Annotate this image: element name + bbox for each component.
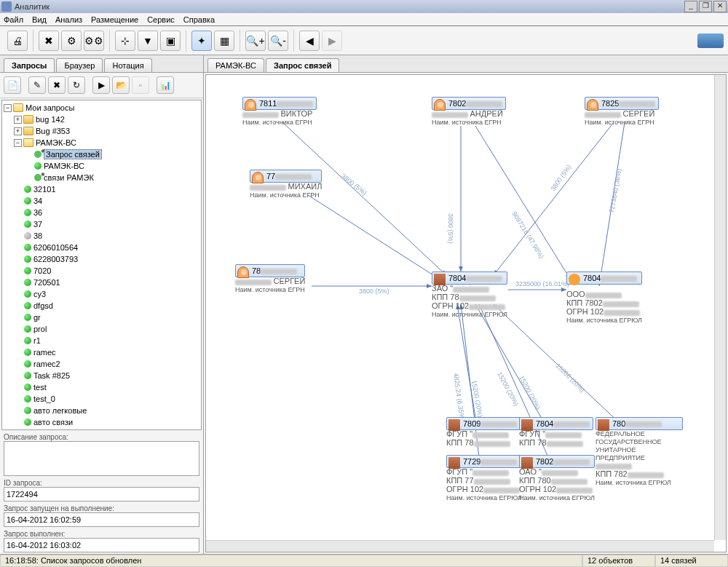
tree-item[interactable]: 37 <box>4 218 199 230</box>
menu-analysis[interactable]: Анализ <box>55 15 82 24</box>
tree-item-label: 38 <box>33 231 42 240</box>
filter-button[interactable]: ▼ <box>138 31 158 51</box>
node-b7809[interactable]: 7809 ФГУП " КПП 78 <box>446 417 521 448</box>
graph-canvas[interactable]: 3800 (5%) 3800 (5%) 9697218 (47.98%) 380… <box>205 74 727 552</box>
app-icon <box>1 1 12 12</box>
left-pane: Запросы Браузер Нотация 📄 ✎ ✖ ↻ ▶ 📂 ▫ 📊 … <box>0 55 204 554</box>
menu-service[interactable]: Сервис <box>147 15 175 24</box>
node-b780[interactable]: 780 ФЕДЕРАЛЬНОЕ ГОСУДАРСТВЕННОЕ УНИТАРНО… <box>596 417 683 487</box>
graph-button[interactable]: ⊹ <box>115 31 135 51</box>
menu-file[interactable]: Файл <box>4 15 23 24</box>
delete-button[interactable]: ✖ <box>48 76 66 94</box>
chart-button[interactable]: 📊 <box>157 76 174 94</box>
tree-item[interactable]: prol <box>4 323 199 335</box>
tree-item[interactable]: cy3 <box>4 288 199 300</box>
titlebar: Аналитик _ ❐ ✕ <box>0 0 728 13</box>
tree-item-label: 6206010564 <box>33 243 78 252</box>
grid-button[interactable]: ▦ <box>214 31 234 51</box>
print-button[interactable]: 🖨 <box>7 31 28 51</box>
tree-ramek[interactable]: РАМЭК-ВС <box>36 138 76 147</box>
node-b7729[interactable]: 7729 ФГУП " КПП 77 ОГРН 102 Наим. источн… <box>446 455 522 502</box>
tree-item-label: 36 <box>33 208 42 217</box>
tab-browser[interactable]: Браузер <box>56 58 103 72</box>
tree-item[interactable]: 6228003793 <box>4 253 199 265</box>
node-77[interactable]: 77 МИХАИЛ Наим. источника ЕГРН <box>250 170 322 199</box>
tab-requests[interactable]: Запросы <box>4 58 55 72</box>
gears-button[interactable]: ⚙⚙ <box>84 31 104 51</box>
svg-line-3 <box>494 122 614 275</box>
tree-item[interactable]: ramec2 <box>4 358 199 370</box>
tree-item[interactable]: ramec <box>4 346 199 358</box>
tree-bug353[interactable]: Bug #353 <box>36 127 70 135</box>
tree-root[interactable]: Мои запросы <box>25 103 74 112</box>
tree-item[interactable]: 34 <box>4 195 199 207</box>
node-7804-right[interactable]: 7804 ООО КПП 7802 ОГРН 102 Наим. источни… <box>566 271 642 325</box>
description-box[interactable] <box>4 441 199 476</box>
group-button[interactable]: ▣ <box>160 31 181 51</box>
menu-help[interactable]: Справка <box>183 15 215 24</box>
svg-text:15200 (20%): 15200 (20%) <box>470 380 484 419</box>
tree-ramek-vc[interactable]: РАМЭК-ВС <box>44 162 84 170</box>
node-b7804[interactable]: 7804 ФГУП " КПП 78 <box>519 417 593 448</box>
tree-item[interactable]: авто легковые <box>4 405 199 416</box>
tree-item[interactable]: test <box>4 381 199 393</box>
tree-item[interactable]: gr <box>4 312 199 323</box>
layout1-button[interactable]: ✦ <box>191 31 212 51</box>
tree-item[interactable]: 6206010564 <box>4 242 199 253</box>
minimize-button[interactable]: _ <box>684 1 697 12</box>
tree-item-label: ramec2 <box>33 360 60 368</box>
description-label: Описание запроса: <box>4 433 199 441</box>
zoom-out-button[interactable]: 🔍- <box>268 31 288 51</box>
tree-item[interactable]: авто связи <box>4 416 199 428</box>
horizontal-scrollbar[interactable] <box>206 540 714 552</box>
delete-selection-button[interactable]: ✖ <box>39 31 59 51</box>
tree-item[interactable]: АФРИКАНОВИЧ <box>4 428 199 430</box>
tree-item-label: dfgsd <box>33 301 53 310</box>
done-value: 16-04-2012 16:03:02 <box>4 538 199 552</box>
svg-text:15200 (20%): 15200 (20%) <box>518 374 542 411</box>
tree-item[interactable]: 720501 <box>4 277 199 288</box>
tab-notation[interactable]: Нотация <box>104 58 151 72</box>
tree-ramek-svyazi[interactable]: связи РАМЭК <box>44 173 94 182</box>
node-7825[interactable]: 7825 СЕРГЕЙ Наим. источника ЕГРН <box>585 97 659 127</box>
status-dot-icon <box>24 407 31 414</box>
tree-item[interactable]: r1 <box>4 335 199 346</box>
person-icon <box>587 99 598 111</box>
person-icon <box>245 99 256 111</box>
brand-logo <box>697 33 724 48</box>
node-7811[interactable]: 7811 ВИКТОР Наим. источника ЕГРН <box>242 97 317 127</box>
menu-layout[interactable]: Размещение <box>91 15 138 24</box>
tree-item[interactable]: test_0 <box>4 393 199 405</box>
tree-item[interactable]: dfgsd <box>4 300 199 312</box>
tree-item-label: 6228003793 <box>33 255 78 263</box>
tree-bug142[interactable]: bug 142 <box>36 115 65 124</box>
tree-item[interactable]: Task #825 <box>4 370 199 381</box>
close-button[interactable]: ✕ <box>713 1 727 12</box>
tree-item[interactable]: 32101 <box>4 183 199 195</box>
edit-button[interactable]: ✎ <box>28 76 46 94</box>
tree-item[interactable]: 7020 <box>4 265 199 277</box>
tree-ramek-links[interactable]: Запрос связей <box>44 149 102 159</box>
tab-ramek-vc[interactable]: РАМЭК-ВС <box>207 58 264 72</box>
maximize-button[interactable]: ❐ <box>699 1 712 12</box>
node-7804-center[interactable]: 7804 ЗАО " КПП 78 ОГРН 102 Наим. источни… <box>432 271 507 319</box>
tab-links-request[interactable]: Запрос связей <box>266 58 339 72</box>
run-button[interactable]: ▶ <box>92 76 110 94</box>
node-b7802[interactable]: 7802 ОАО " КПП 780 ОГРН 102 Наим. источн… <box>519 455 595 502</box>
vertical-scrollbar[interactable] <box>714 75 726 540</box>
request-tree[interactable]: −Мои запросы +bug 142 +Bug #353 −РАМЭК-В… <box>1 100 202 430</box>
nav-back-button[interactable]: ◀ <box>299 31 320 51</box>
refresh-button[interactable]: ↻ <box>68 76 85 94</box>
new-button[interactable]: 📄 <box>4 76 21 94</box>
node-7802[interactable]: 7802 АНДРЕЙ Наим. источника ЕГРН <box>432 97 506 127</box>
zoom-in-button[interactable]: 🔍+ <box>245 31 266 51</box>
svg-line-5 <box>308 195 439 279</box>
tree-item[interactable]: 36 <box>4 207 199 218</box>
status-dot-icon <box>24 244 31 251</box>
status-dot-icon <box>24 302 31 309</box>
settings-button[interactable]: ⚙ <box>61 31 82 51</box>
tree-item[interactable]: 38 <box>4 230 199 242</box>
node-78[interactable]: 78 СЕРГЕЙ Наим. источника ЕГРН <box>235 264 305 294</box>
menu-view[interactable]: Вид <box>32 15 47 24</box>
open-button[interactable]: 📂 <box>112 76 130 94</box>
